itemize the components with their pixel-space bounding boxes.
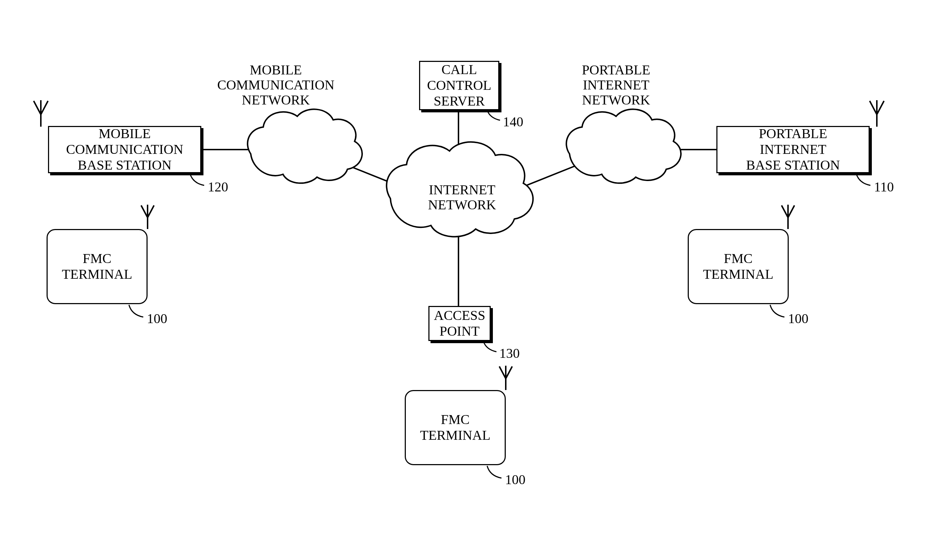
label-mcn: MOBILE COMMUNICATION NETWORK bbox=[211, 63, 340, 107]
text-fmc-left: FMC TERMINAL bbox=[62, 251, 132, 282]
ref-110: 110 bbox=[874, 179, 894, 195]
text-ap: ACCESS POINT bbox=[434, 308, 485, 339]
text-fmc-bottom: FMC TERMINAL bbox=[420, 412, 490, 443]
text-mcbs: MOBILE COMMUNICATION BASE STATION bbox=[66, 126, 183, 173]
ref-130: 130 bbox=[499, 345, 520, 361]
ref-100-left: 100 bbox=[147, 311, 167, 326]
ref-120: 120 bbox=[208, 179, 228, 195]
box-ccs: CALL CONTROL SERVER bbox=[419, 61, 499, 110]
text-fmc-right: FMC TERMINAL bbox=[703, 251, 773, 282]
box-pibs: PORTABLE INTERNET BASE STATION bbox=[716, 126, 870, 173]
box-mcbs: MOBILE COMMUNICATION BASE STATION bbox=[48, 126, 201, 173]
box-fmc-bottom: FMC TERMINAL bbox=[405, 390, 506, 465]
ref-100-bottom: 100 bbox=[505, 472, 525, 488]
label-pin: PORTABLE INTERNET NETWORK bbox=[552, 63, 680, 107]
text-pibs: PORTABLE INTERNET BASE STATION bbox=[746, 126, 840, 173]
box-fmc-left: FMC TERMINAL bbox=[46, 229, 148, 304]
box-fmc-right: FMC TERMINAL bbox=[688, 229, 789, 304]
ref-100-right: 100 bbox=[788, 311, 809, 326]
svg-line-3 bbox=[516, 164, 580, 190]
box-ap: ACCESS POINT bbox=[428, 306, 491, 341]
label-inet: INTERNET NETWORK bbox=[408, 183, 516, 212]
svg-line-1 bbox=[344, 164, 408, 190]
ref-140: 140 bbox=[503, 114, 523, 129]
text-ccs: CALL CONTROL SERVER bbox=[427, 62, 491, 109]
